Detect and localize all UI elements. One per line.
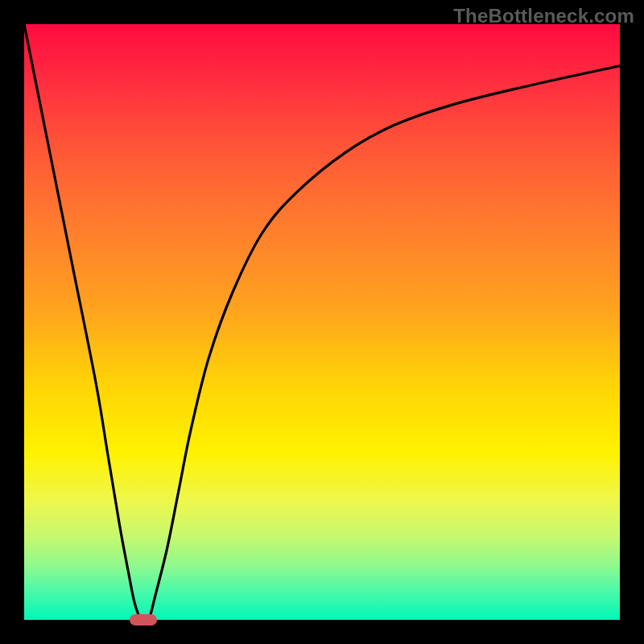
min-point-marker: [130, 614, 157, 625]
curve-left-branch: [24, 24, 140, 620]
curve-layer: [24, 24, 620, 620]
curve-right-branch: [149, 66, 620, 620]
plot-area: [24, 24, 620, 620]
chart-frame: TheBottleneck.com: [0, 0, 644, 644]
